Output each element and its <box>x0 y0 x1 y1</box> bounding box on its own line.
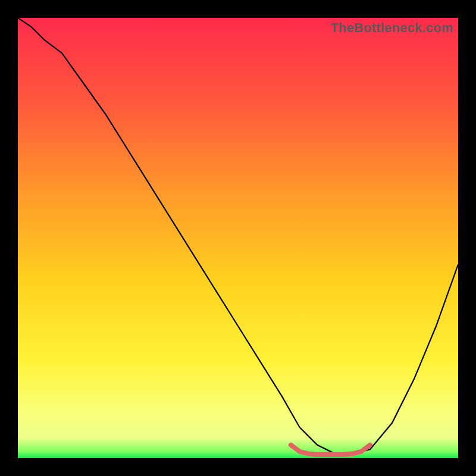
gradient-chart <box>18 18 458 458</box>
watermark-text: TheBottleneck.com <box>331 20 453 36</box>
chart-frame: TheBottleneck.com <box>18 18 458 458</box>
